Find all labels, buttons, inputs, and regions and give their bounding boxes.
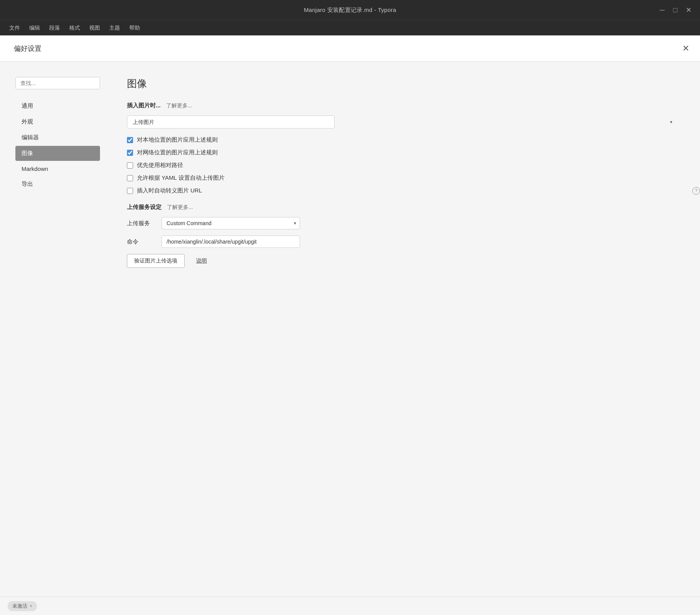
window-close-button[interactable]: ✕ (683, 6, 694, 14)
dropdown-chevron-icon: ▾ (670, 119, 672, 125)
section-title: 图像 (127, 77, 677, 90)
upload-section-header: 上传服务设定 了解更多... (127, 204, 677, 211)
sidebar-item-markdown[interactable]: Markdown (15, 162, 100, 176)
preferences-title: 偏好设置 (14, 44, 42, 53)
menu-item-help[interactable]: 帮助 (125, 23, 145, 33)
insert-label: 插入图片时... (127, 102, 161, 109)
upload-service-select[interactable]: Custom Command uPic iPic PicGo PicGo-Cor… (162, 217, 300, 229)
search-input[interactable] (15, 77, 100, 89)
menu-item-file[interactable]: 文件 (5, 23, 25, 33)
sidebar-item-export[interactable]: 导出 (15, 177, 100, 192)
preferences-close-button[interactable]: ✕ (682, 44, 689, 53)
sidebar-item-general[interactable]: 通用 (15, 99, 100, 114)
titlebar: Manjaro 安装配置记录.md - Typora ─ □ ✕ (0, 0, 700, 20)
checkbox-network[interactable]: 对网络位置的图片应用上述规则 (127, 149, 677, 156)
checkbox-relative[interactable]: 优先使用相对路径 (127, 162, 677, 169)
preferences-header: 偏好设置 ✕ (0, 35, 700, 62)
command-row: 命令 (127, 236, 677, 248)
checkbox-relative-input[interactable] (127, 162, 133, 169)
unactivated-label: 未激活 (12, 603, 27, 610)
bottombar: 未激活 × (0, 597, 700, 615)
validate-row: 验证图片上传选项 说明 (127, 254, 677, 268)
content-area: 图像 插入图片时... 了解更多... 上传图片 复制到当前文件夹 复制到指定路… (108, 77, 700, 597)
menubar: 文件 编辑 段落 格式 视图 主题 帮助 (0, 20, 700, 35)
minimize-button[interactable]: ─ (657, 6, 667, 14)
upload-learn-more-link[interactable]: 了解更多... (167, 204, 193, 211)
explain-link[interactable]: 说明 (196, 257, 207, 264)
checkbox-escape-input[interactable] (127, 188, 133, 194)
service-dropdown-wrapper: Custom Command uPic iPic PicGo PicGo-Cor… (162, 217, 300, 229)
sidebar-item-editor[interactable]: 编辑器 (15, 130, 100, 145)
service-label: 上传服务 (127, 220, 154, 227)
menu-item-paragraph[interactable]: 段落 (45, 23, 65, 33)
help-icon[interactable]: ? (692, 187, 700, 195)
checkbox-yaml-input[interactable] (127, 175, 133, 181)
command-input[interactable] (162, 236, 300, 248)
menu-item-format[interactable]: 格式 (65, 23, 85, 33)
sidebar-item-appearance[interactable]: 外观 (15, 114, 100, 129)
checkbox-local-input[interactable] (127, 137, 133, 143)
menu-item-edit[interactable]: 编辑 (25, 23, 45, 33)
upload-service-row: 上传服务 Custom Command uPic iPic PicGo PicG… (127, 217, 677, 229)
menu-item-theme[interactable]: 主题 (105, 23, 125, 33)
unactivated-badge[interactable]: 未激活 × (8, 601, 37, 611)
checkbox-local[interactable]: 对本地位置的图片应用上述规则 (127, 136, 677, 144)
titlebar-title: Manjaro 安装配置记录.md - Typora (304, 7, 396, 14)
validate-upload-button[interactable]: 验证图片上传选项 (127, 254, 185, 268)
sidebar: 通用 外观 编辑器 图像 Markdown 导出 (0, 77, 108, 597)
preferences-body: 通用 外观 编辑器 图像 Markdown 导出 图像 插入图片时... (0, 62, 700, 597)
maximize-button[interactable]: □ (671, 6, 680, 14)
insert-checkbox-group: 对本地位置的图片应用上述规则 对网络位置的图片应用上述规则 优先使用相对路径 允… (127, 136, 677, 194)
badge-close-icon[interactable]: × (30, 603, 32, 609)
insert-action-select[interactable]: 上传图片 复制到当前文件夹 复制到指定路径 不做操作 (127, 115, 335, 129)
checkbox-network-input[interactable] (127, 150, 133, 156)
command-label: 命令 (127, 238, 154, 246)
insert-dropdown-wrapper: 上传图片 复制到当前文件夹 复制到指定路径 不做操作 ▾ (127, 115, 677, 129)
insert-section-header: 插入图片时... 了解更多... (127, 102, 677, 109)
upload-section-label: 上传服务设定 (127, 204, 162, 211)
titlebar-controls: ─ □ ✕ (657, 6, 694, 14)
checkbox-yaml[interactable]: 允许根据 YAML 设置自动上传图片 (127, 174, 677, 182)
upload-section: 上传服务设定 了解更多... 上传服务 Custom Command uPic … (127, 204, 677, 268)
sidebar-item-image[interactable]: 图像 (15, 146, 100, 161)
main-area: 偏好设置 ✕ 通用 外观 编辑器 图像 Markdown 导出 (0, 35, 700, 597)
insert-learn-more-link[interactable]: 了解更多... (166, 102, 192, 109)
checkbox-escape[interactable]: 插入时自动转义图片 URL ? (127, 187, 677, 194)
menu-item-view[interactable]: 视图 (85, 23, 105, 33)
